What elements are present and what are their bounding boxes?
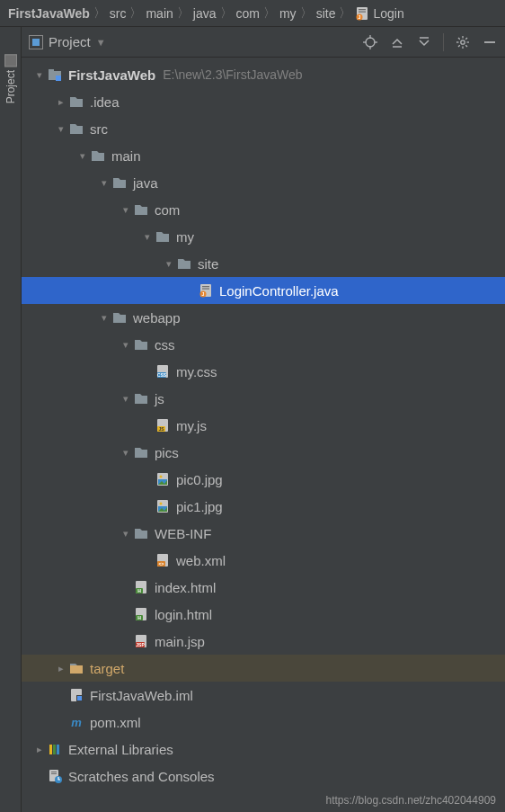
java-icon: J [355,6,369,21]
breadcrumb-item[interactable]: main [143,6,175,21]
tree-label: css [155,337,175,352]
tree-label: target [90,661,124,676]
project-view-icon [29,35,43,49]
chevron-down-icon[interactable]: ▾ [119,528,133,540]
chevron-right-icon: 〉 [262,5,277,22]
chevron-right-icon: 〉 [128,5,143,22]
folder-icon [90,148,106,163]
tree-row[interactable]: ▾site [22,250,505,277]
breadcrumb-item[interactable]: site [314,6,339,21]
expand-all-icon[interactable] [389,34,405,50]
tree-row[interactable]: ▸pic0.jpg [22,466,505,493]
tree-row[interactable]: ▸pic1.jpg [22,493,505,520]
folder-icon [133,526,149,540]
tree-row[interactable]: ▾pics [22,439,505,466]
tree-row[interactable]: ▾css [22,331,505,358]
tree-row[interactable]: ▾java [22,169,505,196]
chevron-down-icon[interactable]: ▾ [97,177,111,189]
tree-row[interactable]: ▾WEB-INF [22,520,505,547]
tree-row[interactable]: ▸JLoginController.java [22,277,505,304]
breadcrumb-item[interactable]: my [277,6,299,21]
tree-row[interactable]: ▸CSSmy.css [22,358,505,385]
tree-row[interactable]: ▸<>web.xml [22,547,505,574]
svg-text:JS: JS [158,426,164,432]
breadcrumb-item[interactable]: FirstJavaWeb [5,6,93,21]
chevron-right-icon: 〉 [176,5,190,22]
chevron-down-icon[interactable]: ▾ [140,231,155,243]
folder-icon [111,310,128,325]
tree-row[interactable]: ▸JSmy.js [22,412,505,439]
svg-rect-23 [49,69,54,72]
tree-row[interactable]: ▸FirstJavaWeb.iml [22,682,505,709]
sidebar-tab-label-text: Project [4,70,17,103]
svg-point-5 [366,38,375,47]
breadcrumb-label: java [193,6,217,21]
svg-line-18 [465,45,467,47]
css-icon: CSS [155,364,171,379]
gear-icon[interactable] [455,34,471,50]
chevron-down-icon[interactable]: ▾ [32,69,47,81]
tree-label: my.css [176,364,217,379]
svg-text:JSP: JSP [136,642,145,647]
project-tree[interactable]: ▾FirstJavaWebE:\new\2.3\FirstJavaWeb▸.id… [22,58,505,812]
tree-label: js [155,391,164,406]
tree-row[interactable]: ▸JSPmain.jsp [22,628,505,655]
tree-label: External Libraries [68,742,173,757]
breadcrumb[interactable]: FirstJavaWeb〉src〉main〉java〉com〉my〉site〉J… [0,0,505,27]
breadcrumb-item[interactable]: java [190,6,219,21]
xml-icon: <> [155,553,171,567]
tree-row[interactable]: ▸Scratches and Consoles [22,763,505,790]
image-icon [155,472,171,486]
tree-label: web.xml [176,553,226,568]
tree-row[interactable]: ▸Hlogin.html [22,601,505,628]
svg-rect-56 [77,696,82,700]
tree-row[interactable]: ▸Hindex.html [22,574,505,601]
chevron-right-icon[interactable]: ▸ [54,96,68,108]
breadcrumb-item[interactable]: src [107,6,129,21]
tree-label: my.js [176,418,207,433]
tree-row[interactable]: ▸mpom.xml [22,709,505,736]
sidebar-tab-project[interactable]: Project [4,54,17,103]
tree-row[interactable]: ▾webapp [22,304,505,331]
chevron-down-icon[interactable]: ▾ [119,447,133,459]
tree-label: LoginController.java [219,283,339,299]
tree-row[interactable]: ▾FirstJavaWebE:\new\2.3\FirstJavaWeb [22,61,505,88]
svg-point-38 [160,476,163,478]
chevron-down-icon[interactable]: ▾ [97,312,111,324]
chevron-down-icon[interactable]: ▾ [119,393,133,405]
collapse-all-icon[interactable] [416,34,432,50]
tree-label: WEB-INF [155,526,211,541]
svg-rect-1 [359,9,366,10]
panel-header: Project ▼ [22,27,505,58]
svg-rect-58 [49,745,52,754]
tree-row[interactable]: ▾com [22,196,505,223]
locate-icon[interactable] [362,34,378,50]
tree-row[interactable]: ▾main [22,142,505,169]
chevron-right-icon[interactable]: ▸ [54,663,68,674]
tree-row[interactable]: ▾my [22,223,505,250]
module-icon [47,67,63,82]
svg-text:H: H [137,615,141,620]
chevron-down-icon[interactable]: ▾ [119,204,133,216]
tree-label: main [111,148,141,164]
breadcrumb-label: Login [373,6,403,21]
chevron-right-icon[interactable]: ▸ [32,744,47,755]
panel-header-actions [362,33,498,51]
tree-row[interactable]: ▾js [22,385,505,412]
hide-icon[interactable] [482,34,498,50]
tree-row[interactable]: ▸.idea [22,88,505,115]
chevron-down-icon[interactable]: ▾ [75,150,90,162]
chevron-down-icon[interactable]: ▾ [119,339,133,351]
breadcrumb-item[interactable]: com [234,6,262,21]
chevron-down-icon[interactable]: ▾ [54,123,68,135]
chevron-down-icon[interactable]: ▾ [162,258,176,270]
tree-label: login.html [155,607,212,622]
tree-row[interactable]: ▸External Libraries [22,736,505,763]
tree-row[interactable]: ▾src [22,115,505,142]
breadcrumb-item[interactable]: JLogin [352,6,406,21]
tree-path: E:\new\2.3\FirstJavaWeb [163,67,302,82]
tree-row[interactable]: ▸target [22,655,505,682]
panel-title[interactable]: Project ▼ [29,34,362,49]
breadcrumb-label: main [146,6,173,21]
svg-rect-60 [57,745,59,754]
